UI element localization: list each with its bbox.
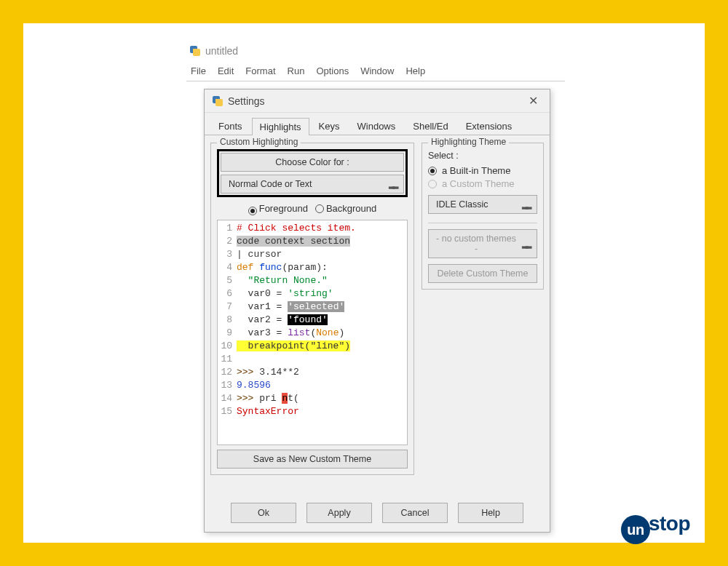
menu-edit[interactable]: Edit	[213, 64, 238, 78]
select-label: Select :	[428, 151, 537, 161]
code-line[interactable]: 1# Click selects item.	[218, 222, 407, 235]
code-line[interactable]: 139.8596	[218, 379, 407, 392]
delete-theme-button[interactable]: Delete Custom Theme	[428, 264, 537, 283]
element-dropdown-label: Normal Code or Text	[229, 179, 312, 189]
python-icon	[212, 95, 223, 107]
choose-color-button[interactable]: Choose Color for :	[221, 153, 404, 172]
unstop-logo: unstop	[621, 512, 690, 545]
menubar: File Edit Format Run Options Window Help	[186, 61, 565, 81]
code-line[interactable]: 10 breakpoint("line")	[218, 340, 407, 353]
python-icon	[189, 45, 201, 57]
menu-run[interactable]: Run	[283, 64, 309, 78]
radio-dot-icon	[428, 180, 437, 188]
dropdown-handle-icon: ▂▂	[522, 200, 529, 210]
radio-dot-icon	[315, 204, 324, 213]
dialog-footer: Ok Apply Cancel Help	[205, 500, 550, 526]
logo-text: stop	[649, 512, 690, 535]
radio-dot-icon	[428, 167, 437, 175]
code-line[interactable]: 6 var0 = 'string'	[218, 287, 407, 300]
cancel-button[interactable]: Cancel	[382, 503, 448, 523]
code-line[interactable]: 4def func(param):	[218, 261, 407, 274]
dialog-title: Settings	[228, 95, 265, 107]
code-line[interactable]: 7 var1 = 'selected'	[218, 300, 407, 314]
dialog-titlebar: Settings ✕	[205, 89, 550, 113]
tab-shelled[interactable]: Shell/Ed	[405, 117, 456, 135]
code-line[interactable]: 12>>> 3.14**2	[218, 366, 407, 379]
code-line[interactable]: 8 var2 = 'found'	[218, 314, 407, 327]
ok-button[interactable]: Ok	[231, 503, 296, 523]
divider	[428, 223, 537, 223]
tab-windows[interactable]: Windows	[349, 117, 404, 135]
menu-options[interactable]: Options	[312, 64, 353, 78]
code-line[interactable]: 2code context section	[218, 235, 407, 248]
custom-highlighting-legend: Custom Highlighting	[217, 137, 301, 147]
menu-help[interactable]: Help	[401, 64, 430, 78]
tab-extensions[interactable]: Extensions	[458, 117, 521, 135]
logo-circle: un	[621, 515, 650, 544]
code-preview[interactable]: 1# Click selects item.2code context sect…	[217, 220, 408, 445]
highlighting-theme-legend: Highlighting Theme	[428, 137, 509, 147]
code-line[interactable]: 3| cursor	[218, 248, 407, 261]
menu-file[interactable]: File	[186, 64, 210, 78]
tabs: Fonts Highlights Keys Windows Shell/Ed E…	[205, 113, 550, 135]
code-line[interactable]: 14>>> pri nt(	[218, 392, 407, 405]
tab-fonts[interactable]: Fonts	[210, 117, 250, 135]
element-dropdown[interactable]: Normal Code or Text ▂▂	[221, 175, 404, 194]
builtin-theme-dropdown[interactable]: IDLE Classic ▂▂	[428, 195, 537, 214]
code-line[interactable]: 9 var3 = list(None)	[218, 327, 407, 340]
editor-title-bar: untitled	[189, 45, 238, 57]
code-line[interactable]: 15SyntaxError	[218, 405, 407, 418]
close-icon[interactable]: ✕	[524, 94, 542, 108]
fg-bg-radio-group: Foreground Background	[217, 197, 408, 220]
tab-keys[interactable]: Keys	[311, 117, 348, 135]
code-line[interactable]: 5 "Return None."	[218, 274, 407, 287]
settings-dialog: Settings ✕ Fonts Highlights Keys Windows…	[204, 89, 550, 533]
custom-theme-dropdown[interactable]: - no custom themes - ▂▂	[428, 229, 537, 258]
highlighting-theme-group: Highlighting Theme Select : a Built-in T…	[422, 143, 544, 290]
custom-highlighting-group: Custom Highlighting Choose Color for : N…	[210, 143, 414, 475]
menu-window[interactable]: Window	[356, 64, 398, 78]
dropdown-handle-icon: ▂▂	[522, 239, 529, 249]
editor-title: untitled	[205, 45, 238, 57]
custom-theme-radio[interactable]: a Custom Theme	[428, 178, 537, 189]
help-button[interactable]: Help	[458, 503, 523, 523]
menu-format[interactable]: Format	[241, 64, 280, 78]
choose-color-box: Choose Color for : Normal Code or Text ▂…	[217, 149, 408, 197]
tab-highlights[interactable]: Highlights	[252, 118, 309, 135]
code-line[interactable]: 11	[218, 353, 407, 366]
radio-dot-icon	[248, 207, 257, 215]
dropdown-handle-icon: ▂▂	[389, 180, 396, 189]
save-theme-button[interactable]: Save as New Custom Theme	[217, 450, 408, 469]
apply-button[interactable]: Apply	[306, 503, 372, 523]
builtin-theme-radio[interactable]: a Built-in Theme	[428, 165, 537, 176]
background-radio[interactable]: Background	[315, 203, 376, 215]
foreground-radio[interactable]: Foreground	[248, 203, 308, 215]
page: untitled File Edit Format Run Options Wi…	[23, 23, 705, 543]
